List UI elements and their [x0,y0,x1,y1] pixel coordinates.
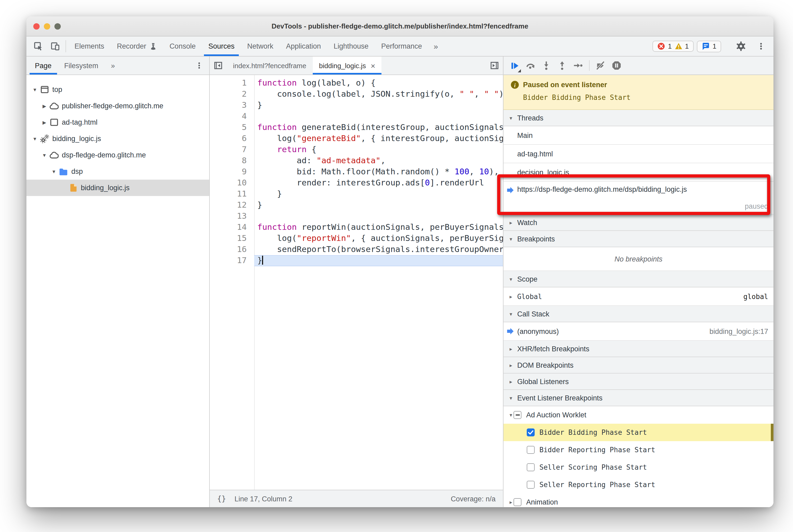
tree-item-dsp-fledge-demo-glitch-me[interactable]: ▼dsp-fledge-demo.glitch.me [26,147,209,163]
code-line-7[interactable]: 7 return { [210,144,503,155]
event-breakpoint-bidder-reporting-phase-start[interactable]: Bidder Reporting Phase Start [504,441,773,459]
code-line-5[interactable]: 5function generateBid(interestGroup, auc… [210,122,503,133]
checkbox-bidder-reporting-phase-start[interactable] [527,446,535,454]
step-out-button[interactable] [554,58,570,73]
triangle-right-icon[interactable]: ▶ [40,120,49,125]
thread-ad-tag-html[interactable]: ad-tag.html [504,145,773,163]
code-line-13[interactable]: 13 [210,211,503,222]
tab-page[interactable]: Page [29,57,58,75]
event-breakpoint-seller-scoring-phase-start[interactable]: Seller Scoring Phase Start [504,459,773,476]
code-line-9[interactable]: 9 bid: Math.floor(Math.random() * 100, 1… [210,166,503,177]
file-tab-bidding-logic-js[interactable]: bidding_logic.js× [313,57,382,75]
thread-main[interactable]: Main [504,126,773,145]
file-tab-index-html-fencedframe[interactable]: index.html?fencedframe [227,57,313,75]
tree-item-bidding-logic-js[interactable]: bidding_logic.js [26,179,209,196]
code-line-8[interactable]: 8 ad: "ad-metadata", [210,155,503,166]
checkbox-seller-scoring-phase-start[interactable] [527,463,535,471]
line-number[interactable]: 3 [210,100,254,111]
tab-recorder[interactable]: Recorder [111,36,163,56]
code-line-15[interactable]: 15 log("reportWin", { auctionSignals, pe… [210,233,503,244]
triangle-down-icon[interactable]: ▼ [50,169,58,174]
code-line-6[interactable]: 6 log("generateBid", { interestGroup, au… [210,133,503,144]
triangle-down-icon[interactable]: ▼ [40,152,49,158]
toggle-navigator-button[interactable] [210,57,227,75]
event-breakpoint-seller-reporting-phase-start[interactable]: Seller Reporting Phase Start [504,476,773,493]
scope-global-row[interactable]: ▸ Global global [504,287,773,306]
line-number[interactable]: 8 [210,155,254,166]
line-number[interactable]: 9 [210,166,254,177]
deactivate-breakpoints-button[interactable] [593,58,609,73]
triangle-right-icon[interactable]: ▸ [508,499,513,505]
editor-pane-button[interactable] [486,57,503,75]
line-number[interactable]: 14 [210,222,254,233]
tab-application[interactable]: Application [280,36,327,56]
tree-item-bidding-logic-js[interactable]: ▼bidding_logic.js [26,131,209,147]
more-options-button[interactable] [752,42,769,50]
line-number[interactable]: 6 [210,133,254,144]
section-threads[interactable]: ▾ Threads [504,110,773,126]
code-line-14[interactable]: 14function reportWin(auctionSignals, per… [210,222,503,233]
tab-filesystem[interactable]: Filesystem [58,57,105,75]
section-call-stack[interactable]: ▾ Call Stack [504,306,773,322]
more-tabs-button[interactable]: » [429,36,443,56]
section-breakpoints[interactable]: ▾ Breakpoints [504,231,773,247]
tree-item-publisher-fledge-demo-glitch-me[interactable]: ▶publisher-fledge-demo.glitch.me [26,98,209,114]
tree-item-top[interactable]: ▼top [26,81,209,98]
tab-console[interactable]: Console [163,36,202,56]
issues-badge[interactable]: 1 [697,40,721,52]
triangle-down-icon[interactable]: ▼ [31,136,39,141]
section-event-listener-breakpoints[interactable]: ▾ Event Listener Breakpoints [504,390,773,406]
section-watch[interactable]: ▸ Watch [504,214,773,231]
code-line-1[interactable]: 1function log(label, o) { [210,78,503,89]
call-stack-frame[interactable]: (anonymous) bidding_logic.js:17 [504,322,773,341]
line-number[interactable]: 7 [210,144,254,155]
event-category-ad-auction-worklet[interactable]: ▾Ad Auction Worklet [504,406,773,424]
line-number[interactable]: 16 [210,244,254,255]
line-number[interactable]: 4 [210,111,254,122]
checkbox-seller-reporting-phase-start[interactable] [527,481,535,489]
errors-warnings-badge[interactable]: 1 1 [653,41,694,52]
code-line-2[interactable]: 2 console.log(label, JSON.stringify(o, "… [210,89,503,100]
event-category-animation[interactable]: ▸Animation [504,493,773,507]
resume-button[interactable] [507,58,523,73]
close-window-button[interactable] [33,23,40,29]
line-number[interactable]: 13 [210,211,254,222]
tab-lighthouse[interactable]: Lighthouse [327,36,375,56]
code-line-3[interactable]: 3} [210,100,503,111]
section-dom-breakpoints[interactable]: ▸ DOM Breakpoints [504,357,773,374]
close-tab-icon[interactable]: × [371,61,375,70]
tab-network[interactable]: Network [241,36,280,56]
settings-button[interactable] [732,41,749,51]
step-over-button[interactable] [523,58,539,73]
code-line-11[interactable]: 11 } [210,189,503,200]
triangle-right-icon[interactable]: ▶ [40,103,49,109]
line-number[interactable]: 12 [210,200,254,211]
line-number[interactable]: 10 [210,177,254,189]
minimize-window-button[interactable] [44,23,50,29]
more-navigator-tabs-button[interactable]: » [105,57,121,75]
code-line-10[interactable]: 10 render: interestGroup.ads[0].renderUr… [210,177,503,189]
tree-item-ad-tag-html[interactable]: ▶ad-tag.html [26,114,209,131]
section-global-listeners[interactable]: ▸ Global Listeners [504,374,773,390]
code-line-4[interactable]: 4 [210,111,503,122]
section-xhr-breakpoints[interactable]: ▸ XHR/fetch Breakpoints [504,341,773,357]
checkbox-ad-auction-worklet[interactable] [513,411,522,419]
tab-sources[interactable]: Sources [202,36,241,56]
inspect-element-button[interactable] [30,36,46,56]
tab-performance[interactable]: Performance [375,36,429,56]
line-number[interactable]: 17 [210,255,254,266]
line-number[interactable]: 5 [210,122,254,133]
step-button[interactable] [570,58,586,73]
navigator-menu-button[interactable] [191,57,207,75]
step-into-button[interactable] [539,58,554,73]
pause-on-exceptions-button[interactable] [609,58,624,73]
triangle-down-icon[interactable]: ▼ [31,87,39,92]
device-toolbar-button[interactable] [46,36,63,56]
tab-elements[interactable]: Elements [68,36,111,56]
event-breakpoint-bidder-bidding-phase-start[interactable]: Bidder Bidding Phase Start [504,424,773,441]
code-line-12[interactable]: 12} [210,200,503,211]
zoom-window-button[interactable] [54,23,61,29]
checkbox-bidder-bidding-phase-start[interactable] [527,429,535,436]
code-viewer[interactable]: 1function log(label, o) {2 console.log(l… [210,75,503,490]
triangle-down-icon[interactable]: ▾ [508,412,513,418]
